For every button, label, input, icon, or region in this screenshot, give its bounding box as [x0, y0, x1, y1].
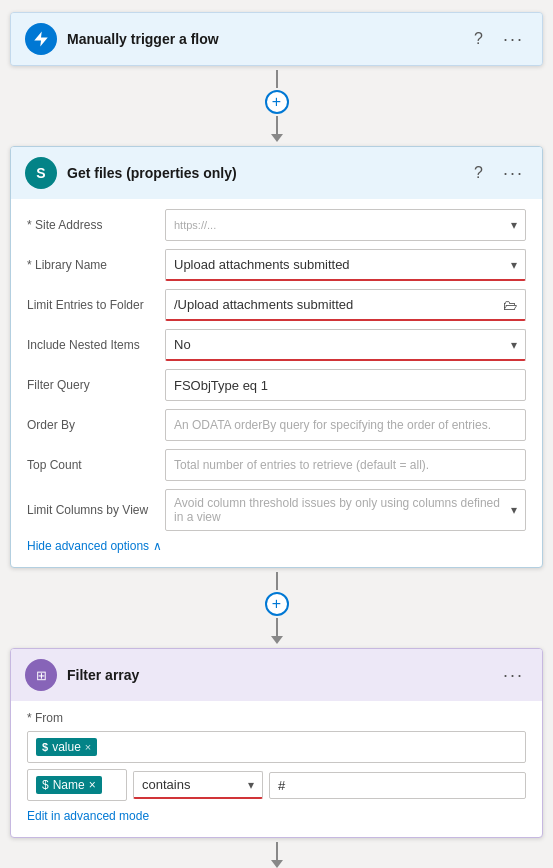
- connector-line-2b: [276, 618, 278, 636]
- filter1-value-token: $ value ×: [36, 738, 97, 756]
- getfiles-help-button[interactable]: ?: [470, 162, 487, 184]
- connector-line-1b: [276, 116, 278, 134]
- getfiles-actions: ? ···: [470, 161, 528, 186]
- limit-columns-control[interactable]: Avoid column threshold issues by only us…: [165, 489, 526, 531]
- trigger-title: Manually trigger a flow: [67, 31, 460, 47]
- site-address-row: * Site Address https://... ▾: [27, 209, 526, 241]
- getfiles-title: Get files (properties only): [67, 165, 460, 181]
- filter1-hash-input[interactable]: #: [269, 772, 526, 799]
- trigger-help-button[interactable]: ?: [470, 28, 487, 50]
- nested-items-value: No: [174, 337, 511, 352]
- filter1-title: Filter array: [67, 667, 489, 683]
- library-name-dropdown-icon: ▾: [511, 258, 517, 272]
- add-step-button-2[interactable]: +: [265, 592, 289, 616]
- filter1-name-token-close[interactable]: ×: [89, 778, 96, 792]
- folder-icon: 🗁: [503, 297, 517, 313]
- limit-folder-row: Limit Entries to Folder /Upload attachme…: [27, 289, 526, 321]
- connector-1: +: [265, 70, 289, 142]
- filter1-token-label: value: [52, 740, 81, 754]
- top-count-label: Top Count: [27, 458, 157, 472]
- filter1-edit-advanced-link[interactable]: Edit in advanced mode: [27, 809, 149, 823]
- connector-3: [271, 842, 283, 868]
- trigger-header: Manually trigger a flow ? ···: [11, 13, 542, 65]
- limit-columns-dropdown-icon: ▾: [511, 503, 517, 517]
- filter1-from-label: * From: [27, 711, 526, 725]
- filter1-from-box[interactable]: $ value ×: [27, 731, 526, 763]
- hide-advanced-link[interactable]: Hide advanced options ∧: [27, 539, 526, 553]
- connector-line-1: [276, 70, 278, 88]
- filter1-condition-select[interactable]: contains ▾: [133, 771, 263, 799]
- filter1-name-token-icon: $: [42, 778, 49, 792]
- site-address-value: https://...: [174, 219, 511, 231]
- filter1-icon: ⊞: [25, 659, 57, 691]
- top-count-placeholder: Total number of entries to retrieve (def…: [174, 458, 517, 472]
- filter1-more-button[interactable]: ···: [499, 663, 528, 688]
- filter1-card: ⊞ Filter array ··· * From $ value ×: [10, 648, 543, 838]
- library-name-value: Upload attachments submitted: [174, 257, 511, 272]
- order-by-row: Order By An ODATA orderBy query for spec…: [27, 409, 526, 441]
- trigger-actions: ? ···: [470, 27, 528, 52]
- trigger-icon: [25, 23, 57, 55]
- connector-arrow-1: [271, 134, 283, 142]
- limit-folder-label: Limit Entries to Folder: [27, 298, 157, 312]
- getfiles-body: * Site Address https://... ▾ * Library N…: [11, 199, 542, 567]
- order-by-label: Order By: [27, 418, 157, 432]
- order-by-control[interactable]: An ODATA orderBy query for specifying th…: [165, 409, 526, 441]
- filter1-name-box[interactable]: $ Name ×: [27, 769, 127, 801]
- limit-folder-control[interactable]: /Upload attachments submitted 🗁: [165, 289, 526, 321]
- site-address-control[interactable]: https://... ▾: [165, 209, 526, 241]
- filter1-token-icon: $: [42, 741, 48, 753]
- chevron-up-icon: ∧: [153, 539, 162, 553]
- filter1-body: * From $ value × $ Name ×: [11, 701, 542, 837]
- connector-arrow-2: [271, 636, 283, 644]
- top-count-control[interactable]: Total number of entries to retrieve (def…: [165, 449, 526, 481]
- connector-line-3: [276, 842, 278, 860]
- site-address-label: * Site Address: [27, 218, 157, 232]
- nested-items-row: Include Nested Items No ▾: [27, 329, 526, 361]
- getfiles-more-button[interactable]: ···: [499, 161, 528, 186]
- filter1-actions: ···: [499, 663, 528, 688]
- nested-items-dropdown-icon: ▾: [511, 338, 517, 352]
- library-name-label: * Library Name: [27, 258, 157, 272]
- filter-query-label: Filter Query: [27, 378, 157, 392]
- filter-query-row: Filter Query FSObjType eq 1: [27, 369, 526, 401]
- filter1-cond-dropdown-icon: ▾: [248, 778, 254, 792]
- filter1-condition-text: contains: [142, 777, 190, 792]
- order-by-placeholder: An ODATA orderBy query for specifying th…: [174, 418, 517, 432]
- connector-arrow-3: [271, 860, 283, 868]
- nested-items-control[interactable]: No ▾: [165, 329, 526, 361]
- top-count-row: Top Count Total number of entries to ret…: [27, 449, 526, 481]
- hide-advanced-text: Hide advanced options: [27, 539, 149, 553]
- connector-line-2: [276, 572, 278, 590]
- filter-query-control[interactable]: FSObjType eq 1: [165, 369, 526, 401]
- filter1-from-row: $ value ×: [27, 731, 526, 763]
- getfiles-header: S Get files (properties only) ? ···: [11, 147, 542, 199]
- getfiles-icon: S: [25, 157, 57, 189]
- filter1-token-close[interactable]: ×: [85, 741, 91, 753]
- trigger-more-button[interactable]: ···: [499, 27, 528, 52]
- limit-folder-value: /Upload attachments submitted: [174, 297, 503, 312]
- connector-2: +: [265, 572, 289, 644]
- limit-columns-placeholder: Avoid column threshold issues by only us…: [174, 496, 511, 524]
- limit-columns-label: Limit Columns by View: [27, 503, 157, 517]
- filter1-name-token-label: Name: [53, 778, 85, 792]
- filter1-name-token: $ Name ×: [36, 776, 102, 794]
- add-step-button-1[interactable]: +: [265, 90, 289, 114]
- limit-columns-row: Limit Columns by View Avoid column thres…: [27, 489, 526, 531]
- filter1-header: ⊞ Filter array ···: [11, 649, 542, 701]
- filter-query-value: FSObjType eq 1: [174, 378, 517, 393]
- site-address-dropdown-icon: ▾: [511, 218, 517, 232]
- trigger-card: Manually trigger a flow ? ···: [10, 12, 543, 66]
- filter1-condition-row: $ Name × contains ▾ #: [27, 769, 526, 801]
- nested-items-label: Include Nested Items: [27, 338, 157, 352]
- library-name-control[interactable]: Upload attachments submitted ▾: [165, 249, 526, 281]
- getfiles-card: S Get files (properties only) ? ··· * Si…: [10, 146, 543, 568]
- library-name-row: * Library Name Upload attachments submit…: [27, 249, 526, 281]
